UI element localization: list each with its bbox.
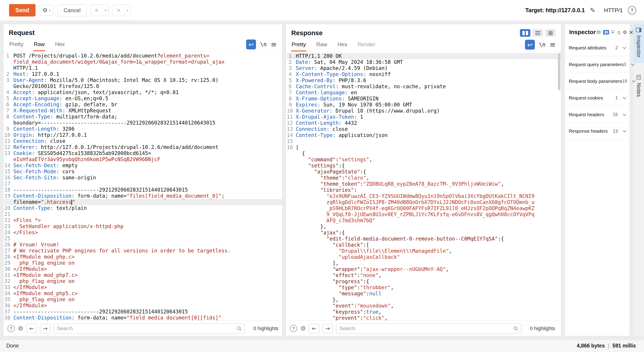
code-line: 38Content-Disposition: form-data; name="… <box>4 315 282 321</box>
response-viewer[interactable]: 1HTTP/1.1 200 OK2Date: Sat, 04 May 2024 … <box>286 52 561 321</box>
inspector-section-request-query-parameters[interactable]: Request query parameters 3 <box>565 56 630 73</box>
search-next-button[interactable]: → <box>40 324 50 333</box>
code-line: ], <box>287 260 561 266</box>
gear-icon: ⚙ <box>42 7 48 13</box>
chevron-down-icon[interactable]: ▾ <box>125 5 130 16</box>
inspector-section-request-attributes[interactable]: Request attributes 2 <box>565 39 630 56</box>
code-line: 37----------------------------2921292060… <box>4 309 282 315</box>
code-line: "command":"settings", <box>287 157 561 163</box>
code-line: 21 <box>4 211 282 217</box>
http-version-label[interactable]: HTTP/1 <box>604 7 623 13</box>
target-url: http://127.0.0.1 <box>546 7 585 13</box>
search-next-button[interactable]: → <box>322 324 333 333</box>
code-line: "progress":{ <box>287 278 561 285</box>
code-line: "eJx9UNFuwzAI_CE3-YZ9SUUIWdmw8Qyu1n19nSp… <box>287 193 561 199</box>
soft-wrap-toggle[interactable]: ↩ <box>525 40 535 50</box>
editor-menu-icon[interactable]: ≡ <box>550 40 556 49</box>
inspector-layout-columns-icon[interactable] <box>603 30 609 34</box>
history-back-button[interactable]: < ▾ <box>90 4 108 16</box>
code-line: 7X-Requested-With: XMLHttpRequest <box>4 108 282 114</box>
send-button[interactable]: Send <box>9 4 36 16</box>
code-line: "theme":"claro", <box>287 175 561 181</box>
soft-wrap-toggle[interactable]: ↩ <box>246 39 256 49</box>
wrap-icon: ↩ <box>528 41 532 48</box>
response-tab-hex[interactable]: Hex <box>337 39 348 51</box>
code-line: 25 <box>4 236 282 242</box>
cancel-button[interactable]: Cancel <box>58 4 87 16</box>
code-line: 23 SetHandler application/x-httpd-php <box>4 223 282 229</box>
search-help-icon[interactable]: ? <box>290 325 297 332</box>
code-line: "wrapper":"ajax-wrapper--nUGbUMnY-AQ", <box>287 266 561 272</box>
layout-columns-button[interactable] <box>520 29 530 37</box>
code-line: Gecko/20100101 Firefox/125.0 <box>4 83 282 89</box>
code-line: 6Accept-Encoding: gzip, deflate, br <box>4 102 282 108</box>
code-line: 30</IfModule> <box>4 266 282 272</box>
response-size: 4,866 bytes <box>577 343 605 349</box>
request-search-input[interactable] <box>54 324 245 334</box>
code-line: "ajax":{ <box>287 230 561 236</box>
code-line: 20Content-Type: text/plain <box>4 205 282 211</box>
code-line: 10Origin: http://127.0.0.1 <box>4 132 282 138</box>
editor-menu-icon[interactable]: ≡ <box>271 40 277 49</box>
response-search-input[interactable] <box>336 324 521 334</box>
show-newlines-toggle[interactable]: \n <box>539 41 546 48</box>
request-editor[interactable]: 1POST /Projects/drupal-10.2.6/media/add/… <box>4 51 282 321</box>
request-panel-title: Request <box>9 29 34 36</box>
response-tab-pretty[interactable]: Pretty <box>291 39 306 51</box>
code-line: }, <box>287 224 561 230</box>
strip-tab-inspector[interactable]: Inspector <box>633 24 644 63</box>
code-line: 29 php_flag engine on <box>4 260 282 266</box>
target-label: Target: http://127.0.0.1 <box>525 7 585 13</box>
inspector-section-request-body-parameters[interactable]: Request body parameters 18 <box>565 73 630 89</box>
request-tab-hex[interactable]: Hex <box>55 39 65 51</box>
show-newlines-toggle[interactable]: \n <box>260 41 267 48</box>
inspector-section-request-headers[interactable]: Request headers 15 <box>565 106 630 123</box>
search-help-icon[interactable]: ? <box>8 325 15 332</box>
strip-tab-notes[interactable]: Notes <box>633 71 644 102</box>
request-response-splitter[interactable] <box>282 24 286 336</box>
code-line: 1POST /Projects/drupal-10.2.6/media/add/… <box>4 53 282 59</box>
request-panel: Request Pretty Raw Hex ↩ \n ≡ 1POST /Pro… <box>3 24 282 336</box>
request-tab-raw[interactable]: Raw <box>34 39 45 51</box>
history-forward-button[interactable]: > ▾ <box>113 4 130 16</box>
code-line: 24</Files> <box>4 229 282 236</box>
code-line: 13Connection: close <box>287 126 561 132</box>
code-line: 16[ <box>287 144 561 151</box>
inspector-layout-rows-icon[interactable] <box>596 30 602 34</box>
edit-target-icon[interactable]: ✎ <box>590 6 596 14</box>
response-editor-icons: ↩ \n ≡ <box>525 40 556 51</box>
search-prev-button[interactable]: ← <box>26 324 37 333</box>
chevron-down-icon[interactable]: ▾ <box>102 5 108 16</box>
inspector-settings-icon[interactable]: ⚙ <box>623 29 627 35</box>
search-settings-icon[interactable]: ⚙ <box>18 325 23 332</box>
code-line: "type":"throbber", <box>287 285 561 291</box>
search-prev-button[interactable]: ← <box>309 324 319 333</box>
chevron-down-icon <box>623 129 626 133</box>
code-line: "libraries": <box>287 187 561 193</box>
forward-arrow-label: > <box>113 5 125 16</box>
expand-all-icon[interactable] <box>610 30 615 34</box>
code-line: 14Sec-Fetch-Dest: empty <box>4 163 282 169</box>
status-separator: | <box>608 343 609 349</box>
code-line: 5X-Powered-By: PHP/8.3.6 <box>287 77 561 83</box>
request-tab-pretty[interactable]: Pretty <box>9 39 24 51</box>
code-line: }, <box>287 297 561 303</box>
inspector-section-response-headers[interactable]: Response headers 13 <box>565 123 630 140</box>
inspector-dock-icon <box>636 27 642 32</box>
response-inspector-splitter[interactable] <box>561 24 564 336</box>
response-tab-raw[interactable]: Raw <box>316 39 328 51</box>
scrollbar-thumb[interactable] <box>558 53 560 90</box>
inspector-section-request-cookies[interactable]: Request cookies 1 <box>565 89 630 106</box>
code-line: 2Date: Sat, 04 May 2024 18:36:58 GMT <box>287 59 561 65</box>
layout-rows-button[interactable] <box>532 29 543 37</box>
collapse-all-icon[interactable] <box>617 30 621 34</box>
code-line: 35 php_flag engine on <box>4 297 282 303</box>
response-tab-render[interactable]: Render <box>357 39 376 51</box>
code-line: "Drupal\\file\\Element\\ManagedFile", <box>287 248 561 254</box>
layout-single-button[interactable] <box>545 29 556 37</box>
chevron-down-icon <box>623 112 626 116</box>
search-settings-icon[interactable]: ⚙ <box>300 325 306 332</box>
send-settings-button[interactable]: ⚙▾ <box>40 5 53 15</box>
wrap-icon: ↩ <box>248 41 254 48</box>
help-icon[interactable]: ? <box>628 6 636 15</box>
